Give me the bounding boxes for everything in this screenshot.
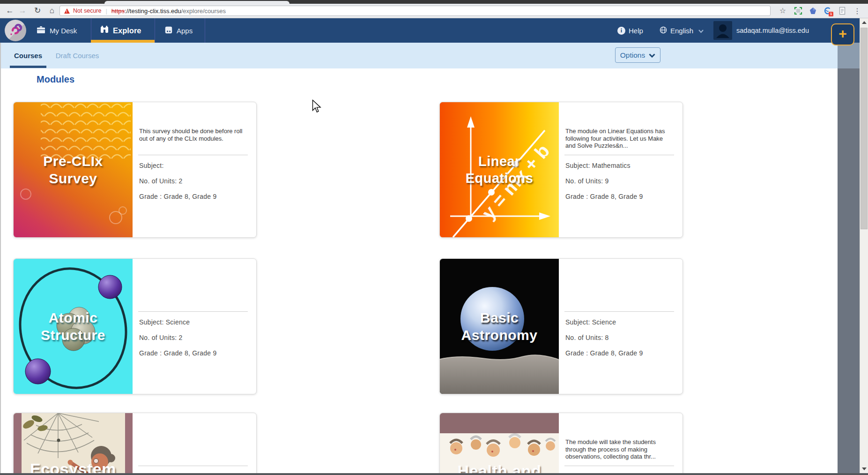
nav-item-label: My Desk xyxy=(50,27,77,35)
nav-item-apps[interactable]: Apps xyxy=(165,18,193,43)
document-extension-icon[interactable] xyxy=(837,5,848,16)
course-card-pre-clix-survey[interactable]: Pre-CLIx Survey This survey should be do… xyxy=(13,102,257,238)
course-card-atomic-structure[interactable]: Atomic Structure Subject: Science No. of… xyxy=(13,258,257,394)
course-thumbnail: Atomic Structure xyxy=(14,259,133,394)
window-bottom-border xyxy=(0,473,868,475)
nav-item-label: Explore xyxy=(113,26,141,35)
screenshot-extension-icon[interactable] xyxy=(793,5,804,16)
chip-divider: | xyxy=(105,8,107,15)
forward-button[interactable]: → xyxy=(16,4,29,18)
left-edge-line xyxy=(0,43,1,475)
course-subject: Subject: Science xyxy=(139,318,252,326)
course-title: Health and xyxy=(440,413,559,475)
course-card-linear-equations[interactable]: y = mx + b Linear Equations The module o… xyxy=(439,102,683,238)
course-title: Pre-CLIx Survey xyxy=(14,102,133,237)
language-selector[interactable]: English xyxy=(660,18,704,43)
help-label: Help xyxy=(629,27,643,35)
course-description: The module will take the students throug… xyxy=(565,438,674,466)
user-email: sadaqat.mulla@tiss.edu xyxy=(736,18,809,43)
scroll-up-icon[interactable] xyxy=(862,21,867,24)
page-title: Modules xyxy=(37,74,74,85)
course-description: This survey should be done before roll o… xyxy=(139,128,248,155)
options-button[interactable]: Options xyxy=(615,47,660,63)
nav-item-my-desk[interactable]: My Desk xyxy=(37,18,77,43)
active-subtab-underline xyxy=(10,66,46,68)
card-divider xyxy=(564,155,674,155)
nav-item-label: Apps xyxy=(177,27,193,35)
chevron-down-icon xyxy=(698,27,704,35)
course-card-body: The module on Linear Equations has follo… xyxy=(559,102,683,237)
tab-draft-courses[interactable]: Draft Courses xyxy=(52,43,103,68)
security-chip[interactable]: Not secure xyxy=(73,8,101,14)
course-subject: Subject: Science xyxy=(565,318,678,326)
page-url: https://testing-clix.tiss.edu/explore/co… xyxy=(111,8,226,15)
help-button[interactable]: i Help xyxy=(617,18,643,43)
course-card-basic-astronomy[interactable]: Basic Astronomy Subject: Science No. of … xyxy=(439,258,683,394)
course-card-body: The module will take the students throug… xyxy=(559,413,683,475)
card-divider xyxy=(138,311,248,312)
app-navbar: My Desk Explore xyxy=(0,18,868,43)
language-label: English xyxy=(670,27,693,35)
course-title: Basic Astronomy xyxy=(440,259,559,394)
browser-tab-strip xyxy=(0,0,868,4)
mouse-cursor xyxy=(312,99,322,115)
course-units: No. of Units: 8 xyxy=(565,333,678,342)
nav-divider xyxy=(155,18,155,43)
scroll-down-icon[interactable] xyxy=(862,467,867,470)
home-button[interactable]: ⌂ xyxy=(45,4,59,18)
colorzilla-extension-icon[interactable]: 1 xyxy=(822,5,833,16)
url-path: /explore/courses xyxy=(181,8,226,15)
course-thumbnail: Pre-CLIx Survey xyxy=(14,102,133,237)
user-avatar[interactable] xyxy=(713,21,732,40)
browser-menu-button[interactable]: ⋮ xyxy=(853,5,862,16)
browser-window: ← → ↻ ⌂ Not secure | https://testing-cli… xyxy=(0,0,868,475)
right-panel-strip xyxy=(838,43,860,68)
course-title: Ecosystem xyxy=(14,413,133,475)
course-units: No. of Units: 2 xyxy=(139,177,252,185)
card-divider xyxy=(564,311,674,312)
course-grade: Grade : Grade 8, Grade 9 xyxy=(565,349,678,357)
briefcase-icon xyxy=(37,26,45,35)
apps-icon xyxy=(165,26,172,35)
blue-extension-icon[interactable] xyxy=(807,5,818,16)
clix-logo[interactable] xyxy=(5,20,26,41)
course-grade: Grade : Grade 8, Grade 9 xyxy=(139,192,252,201)
course-card-health[interactable]: Health and The module will take the stud… xyxy=(439,413,683,475)
course-card-ecosystem[interactable]: Ecosystem xyxy=(13,413,257,475)
info-icon: i xyxy=(617,27,625,35)
extension-badge: 1 xyxy=(829,12,833,16)
nav-divider xyxy=(91,18,91,43)
globe-icon xyxy=(660,26,667,35)
course-thumbnail: y = mx + b Linear Equations xyxy=(440,102,559,237)
page-scrollbar[interactable] xyxy=(860,18,868,475)
course-thumbnail: Health and xyxy=(440,413,559,475)
nav-item-explore[interactable]: Explore xyxy=(100,18,141,43)
course-card-body: Subject: Science No. of Units: 2 Grade :… xyxy=(133,259,256,394)
course-card-body xyxy=(133,413,256,475)
scrollbar-thumb[interactable] xyxy=(861,28,868,229)
warning-triangle-icon xyxy=(64,8,70,14)
back-button[interactable]: ← xyxy=(3,4,16,18)
course-thumbnail: Ecosystem xyxy=(14,413,133,475)
course-card-body: Subject: Science No. of Units: 8 Grade :… xyxy=(559,259,683,394)
card-divider xyxy=(564,466,674,466)
reload-button[interactable]: ↻ xyxy=(31,4,44,18)
card-divider xyxy=(138,155,248,155)
course-description xyxy=(139,438,248,466)
course-units: No. of Units: 9 xyxy=(565,177,678,185)
right-panel-strip xyxy=(838,68,860,475)
add-button[interactable]: + xyxy=(831,23,854,45)
course-grade: Grade : Grade 8, Grade 9 xyxy=(139,349,252,357)
course-thumbnail: Basic Astronomy xyxy=(440,259,559,394)
tab-courses[interactable]: Courses xyxy=(10,43,46,68)
course-description xyxy=(565,284,674,311)
bookmark-star-icon[interactable]: ☆ xyxy=(777,5,788,16)
course-title: Atomic Structure xyxy=(14,259,133,394)
course-subject: Subject: xyxy=(139,161,252,170)
url-host: ://testing-clix.tiss.edu xyxy=(125,8,181,15)
nav-divider xyxy=(205,18,205,43)
course-description: The module on Linear Equations has follo… xyxy=(565,128,674,155)
courses-subnav: Courses Draft Courses Options xyxy=(0,43,838,68)
browser-toolbar: ← → ↻ ⌂ Not secure | https://testing-cli… xyxy=(0,4,868,18)
address-bar[interactable]: Not secure | https://testing-clix.tiss.e… xyxy=(59,6,771,16)
